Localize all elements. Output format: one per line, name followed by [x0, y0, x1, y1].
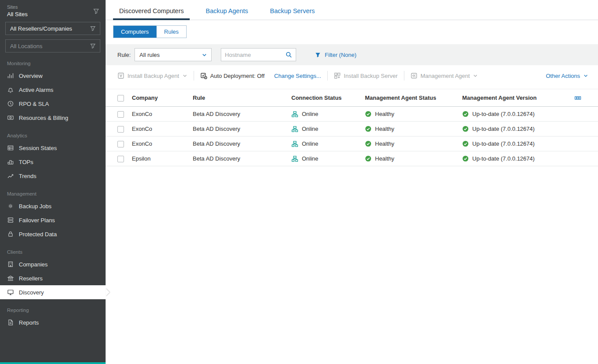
tab-bar: Discovered Computers Backup Agents Backu…	[106, 0, 598, 20]
rule-select[interactable]: All rules	[134, 48, 212, 61]
sidebar-item-resellers[interactable]: Resellers	[0, 271, 106, 285]
connection-status-text: Online	[302, 140, 318, 147]
funnel-icon	[315, 52, 321, 58]
sidebar-item-reports[interactable]: Reports	[0, 315, 106, 329]
sidebar-item-label: Failover Plans	[19, 217, 55, 224]
sidebar-item-failover-plans[interactable]: Failover Plans	[0, 213, 106, 227]
sidebar-item-companies[interactable]: Companies	[0, 257, 106, 271]
sidebar-item-label: RPO & SLA	[19, 101, 49, 107]
table-row[interactable]: ExonCo Beta AD Discovery Online Healthy	[106, 107, 598, 122]
agent-status-text: Healthy	[375, 126, 394, 132]
change-settings-button[interactable]: Change Settings...	[274, 73, 321, 79]
agent-status-text: Healthy	[375, 140, 394, 147]
cell-connection-status: Online	[291, 136, 365, 151]
column-header-agent-status[interactable]: Management Agent Status	[365, 89, 462, 107]
sidebar-item-overview[interactable]: Overview	[0, 69, 106, 83]
subtab-rules[interactable]: Rules	[156, 26, 186, 38]
management-agent-label: Management Agent	[421, 73, 470, 79]
cell-company: ExonCo	[132, 107, 193, 122]
podium-icon	[7, 158, 14, 165]
locations-filter-label: All Locations	[10, 43, 42, 49]
action-toolbar: Install Backup Agent Auto Deployment: Of…	[106, 65, 598, 86]
row-checkbox[interactable]	[117, 156, 124, 162]
sidebar-item-label: Session States	[19, 145, 57, 151]
sidebar-item-discovery[interactable]: Discovery	[0, 285, 106, 299]
up-to-date-check-icon	[462, 111, 469, 117]
sites-filter[interactable]: Sites All Sites	[0, 3, 106, 18]
table-row[interactable]: ExonCo Beta AD Discovery Online Healthy	[106, 122, 598, 136]
subtab-computers[interactable]: Computers	[113, 26, 156, 38]
resellers-companies-filter[interactable]: All Resellers/Companies	[5, 22, 100, 35]
auto-deployment-toggle[interactable]: Auto Deployment: Off	[200, 72, 265, 79]
view-switch: Computers Rules	[113, 25, 187, 38]
column-header-rule[interactable]: Rule	[193, 89, 291, 107]
sidebar-item-tops[interactable]: TOPs	[0, 155, 106, 169]
up-to-date-check-icon	[462, 155, 469, 162]
install-backup-server-button[interactable]: Install Backup Server	[334, 72, 398, 79]
healthy-check-icon	[365, 140, 372, 147]
sidebar-item-rpo-sla[interactable]: RPO & SLA	[0, 97, 106, 111]
hostname-search-input[interactable]	[222, 52, 285, 58]
search-icon[interactable]	[285, 51, 292, 58]
sidebar-item-trends[interactable]: Trends	[0, 169, 106, 183]
install-backup-agent-label: Install Backup Agent	[127, 73, 179, 79]
column-chooser-header	[574, 89, 598, 107]
table-grid-icon	[7, 144, 14, 151]
filter-bar: Rule: All rules Filter (None)	[106, 44, 598, 65]
bank-icon	[7, 275, 14, 282]
tab-discovered-computers[interactable]: Discovered Computers	[113, 6, 190, 20]
filter-icon[interactable]	[93, 8, 99, 14]
management-agent-button[interactable]: Management Agent	[410, 72, 478, 79]
healthy-check-icon	[365, 126, 372, 132]
server-install-icon	[334, 72, 341, 79]
column-chooser-icon[interactable]	[574, 94, 581, 102]
section-title-monitoring: Monitoring	[7, 61, 99, 66]
sidebar-item-label: Active Alarms	[19, 87, 53, 93]
tab-backup-agents[interactable]: Backup Agents	[199, 6, 254, 20]
sidebar-item-protected-data[interactable]: Protected Data	[0, 227, 106, 241]
sidebar-item-active-alarms[interactable]: Active Alarms	[0, 83, 106, 97]
monitor-icon	[7, 289, 14, 296]
agent-version-text: Up-to-date (7.0.0.12674)	[472, 155, 534, 162]
install-backup-agent-button[interactable]: Install Backup Agent	[117, 72, 188, 79]
table-header-row: Company Rule Connection Status Managemen…	[106, 89, 598, 107]
sidebar: Sites All Sites All Resellers/Companies …	[0, 0, 106, 364]
chevron-down-icon	[583, 73, 588, 78]
cell-agent-status: Healthy	[365, 136, 462, 151]
bell-icon	[7, 86, 14, 93]
column-header-connection-status[interactable]: Connection Status	[291, 89, 365, 107]
sidebar-item-label: Companies	[19, 261, 48, 268]
install-backup-server-label: Install Backup Server	[344, 73, 398, 79]
change-settings-label: Change Settings...	[274, 73, 321, 79]
up-to-date-check-icon	[462, 126, 469, 132]
select-all-checkbox[interactable]	[117, 95, 124, 102]
row-checkbox[interactable]	[117, 111, 124, 118]
column-header-company[interactable]: Company	[132, 89, 193, 107]
cell-rule: Beta AD Discovery	[193, 136, 291, 151]
filter-icon	[90, 43, 96, 49]
cell-company: Epsilon	[132, 151, 193, 166]
sidebar-item-session-states[interactable]: Session States	[0, 141, 106, 155]
section-title-reporting: Reporting	[7, 308, 99, 313]
sidebar-item-resources-billing[interactable]: Resources & Billing	[0, 111, 106, 125]
agent-version-text: Up-to-date (7.0.0.12674)	[472, 140, 534, 147]
sidebar-item-label: TOPs	[19, 159, 33, 165]
row-checkbox[interactable]	[117, 126, 124, 133]
filter-none-button[interactable]: Filter (None)	[315, 52, 356, 58]
table-row[interactable]: Epsilon Beta AD Discovery Online Healthy	[106, 151, 598, 166]
sidebar-item-backup-jobs[interactable]: Backup Jobs	[0, 199, 106, 213]
chevron-down-icon	[182, 73, 188, 78]
toolbar-separator	[327, 71, 328, 80]
online-network-icon	[291, 126, 298, 133]
filter-icon	[90, 25, 96, 32]
tab-backup-servers[interactable]: Backup Servers	[264, 6, 321, 20]
other-actions-button[interactable]: Other Actions	[546, 73, 588, 79]
row-checkbox[interactable]	[117, 141, 124, 147]
column-header-agent-version[interactable]: Management Agent Version	[462, 89, 574, 107]
agent-version-text: Up-to-date (7.0.0.12674)	[472, 126, 534, 132]
table-row[interactable]: ExonCo Beta AD Discovery Online Healthy	[106, 136, 598, 151]
locations-filter[interactable]: All Locations	[5, 39, 100, 52]
cell-connection-status: Online	[291, 122, 365, 136]
banknote-icon	[7, 114, 14, 121]
toolbar-separator	[404, 71, 404, 80]
